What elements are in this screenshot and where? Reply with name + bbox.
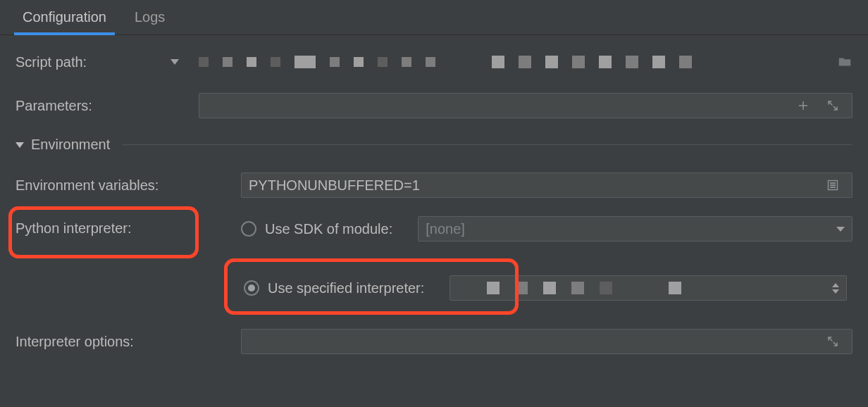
redacted-path [199, 49, 692, 75]
env-vars-label-group: Environment variables: [16, 177, 241, 194]
radio-use-specified[interactable]: Use specified interpreter: [241, 261, 852, 315]
section-divider [123, 144, 852, 145]
row-parameters: Parameters: [16, 93, 852, 118]
config-form: Script path: [0, 35, 868, 378]
tab-label: Logs [135, 9, 165, 25]
expand-icon[interactable] [825, 334, 841, 349]
parameters-field-wrap [199, 93, 852, 118]
sdk-module-value: [none] [426, 221, 465, 237]
interpreter-options-input[interactable] [241, 329, 852, 354]
radio-icon [244, 280, 259, 296]
run-config-panel: Configuration Logs Script path: [0, 0, 868, 392]
chevron-down-icon [832, 283, 839, 294]
tab-logs[interactable]: Logs [120, 0, 179, 35]
environment-section-title: Environment [31, 137, 110, 153]
parameters-input[interactable] [199, 93, 852, 118]
list-icon[interactable] [825, 177, 841, 193]
redacted-interpreter [487, 279, 681, 297]
script-path-field-wrap [199, 49, 852, 75]
tab-configuration[interactable]: Configuration [8, 0, 120, 35]
specified-interpreter-dropdown[interactable] [450, 275, 847, 301]
env-vars-value: PYTHONUNBUFFERED=1 [249, 177, 420, 194]
radio-use-sdk-label: Use SDK of module: [265, 221, 392, 237]
env-vars-field-wrap: PYTHONUNBUFFERED=1 [241, 173, 852, 198]
expand-icon[interactable] [825, 98, 841, 113]
script-path-input[interactable] [199, 49, 829, 75]
python-interpreter-label: Python interpreter: [16, 220, 132, 237]
environment-section-header[interactable]: Environment [16, 137, 852, 153]
row-env-vars: Environment variables: PYTHONUNBUFFERED=… [16, 173, 852, 198]
radio-icon [241, 221, 256, 237]
tab-bar: Configuration Logs [0, 0, 868, 35]
parameters-label: Parameters: [16, 98, 92, 114]
interpreter-options-field-wrap [241, 329, 852, 354]
chevron-down-icon [16, 142, 24, 148]
row-script-path: Script path: [16, 49, 852, 75]
tab-label: Configuration [23, 9, 106, 25]
env-vars-label: Environment variables: [16, 177, 159, 194]
row-python-interpreter: Python interpreter: Use SDK of module: [… [16, 216, 852, 315]
interpreter-options-label: Interpreter options: [16, 334, 134, 350]
sdk-module-dropdown[interactable]: [none] [418, 216, 852, 242]
radio-use-sdk[interactable]: Use SDK of module: [none] [241, 216, 852, 242]
radio-use-specified-label: Use specified interpreter: [268, 280, 424, 296]
chevron-down-icon [836, 227, 845, 232]
interpreter-options-label-group: Interpreter options: [16, 334, 241, 350]
python-interpreter-label-group: Python interpreter: [16, 216, 241, 237]
plus-icon[interactable] [795, 98, 811, 113]
parameters-label-group: Parameters: [16, 98, 199, 114]
browse-path-icon[interactable] [837, 54, 852, 70]
interpreter-choice-group: Use SDK of module: [none] Use specified … [241, 216, 852, 315]
script-path-label: Script path: [16, 54, 87, 70]
script-path-label-group[interactable]: Script path: [16, 54, 199, 70]
chevron-down-icon [170, 59, 179, 65]
row-interpreter-options: Interpreter options: [16, 329, 852, 354]
env-vars-input[interactable]: PYTHONUNBUFFERED=1 [241, 173, 852, 198]
